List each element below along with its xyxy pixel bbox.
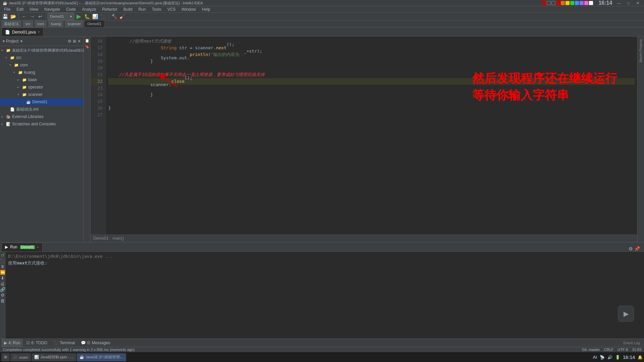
tab-src[interactable]: src [23, 20, 33, 27]
menu-navigate[interactable]: Navigate [42, 6, 63, 12]
toolbar-undo[interactable]: ↩ [37, 13, 44, 20]
run-softlink-btn[interactable]: 🔗 [0, 287, 5, 292]
menu-vcs[interactable]: VCS [165, 6, 178, 12]
menu-run[interactable]: Run [136, 6, 149, 12]
close-btn[interactable]: ✕ [634, 1, 641, 5]
status-left: Compilation completed successfully with … [3, 348, 135, 352]
project-header-dropdown[interactable]: ▾ [20, 39, 22, 44]
status-crlf[interactable]: CRLF [604, 348, 614, 352]
tree-item-external-libs[interactable]: ▸ 📚 External Libraries [0, 113, 84, 120]
toolbar-open[interactable]: 📂 [9, 13, 17, 20]
menu-file[interactable]: File [1, 6, 13, 12]
menu-edit[interactable]: Edit [14, 6, 26, 12]
gutter-bookmark[interactable]: 🔖 [85, 44, 90, 49]
run-pin-icon[interactable]: 📌 [634, 246, 640, 251]
run-rerun-btn[interactable]: ↺ [0, 253, 5, 258]
run-scroll-end-btn[interactable]: ⬇ [0, 276, 5, 281]
menu-help[interactable]: Help [199, 6, 213, 12]
code-content[interactable]: 16 17 18 19 20 21 22 23 24 25 26 27 //使用… [91, 37, 637, 235]
taskbar-network-icon[interactable]: 📡 [600, 355, 605, 360]
run-pause-btn[interactable]: ⏸ [0, 264, 5, 269]
toolbar-debug-btn[interactable]: 🐛 [83, 13, 91, 20]
project-tree: ▾ 📁 基础语法 F:\班级管理\网课班\代码\JavaSE\基础... ▾ 📁… [0, 46, 84, 242]
notification-icon[interactable]: 🔔 [638, 355, 643, 360]
file-tab-demo01[interactable]: 📄 Demo01.java × [1, 27, 44, 36]
tab-demo01[interactable]: Demo01 [85, 20, 104, 27]
run-settings-icon[interactable]: ⚙ [629, 246, 633, 251]
taskbar-battery-icon[interactable]: 🔋 [615, 355, 620, 360]
toolbar-clean[interactable]: 🧹 [118, 13, 126, 20]
menu-refactor[interactable]: Refactor [100, 6, 120, 12]
tree-item-com[interactable]: ▾ 📁 com [0, 61, 84, 69]
editor-area: 16 17 18 19 20 21 22 23 24 25 26 27 //使用… [91, 37, 637, 242]
tab-scanner[interactable]: scanner [65, 20, 83, 27]
file-tab-close[interactable]: × [38, 30, 40, 34]
tree-item-iml[interactable]: 📄 基础动法.iml [0, 106, 84, 113]
tree-item-jichu[interactable]: ▾ 📁 基础语法 F:\班级管理\网课班\代码\JavaSE\基础... [0, 47, 84, 54]
toolbar-forward[interactable]: → [29, 13, 36, 20]
tree-label-operator: operator [28, 85, 43, 89]
code-line-27 [108, 112, 635, 118]
run-output: D:\Environment\jdk8\jdk\bin\java.exe ...… [5, 252, 644, 339]
project-expand-icon[interactable]: ⊞ [73, 39, 76, 44]
tree-item-scanner[interactable]: ▾ 📁 scanner [0, 91, 84, 98]
taskbar-start[interactable]: ⊞ [1, 353, 10, 361]
tab-jichuyufa[interactable]: 基础语法 [1, 20, 21, 27]
tree-label-scratches: Scratches and Consoles [12, 122, 56, 126]
app-icon: ☕ [3, 1, 7, 5]
menu-tools[interactable]: Tools [149, 6, 164, 12]
menu-analyze[interactable]: Analyze [79, 6, 99, 12]
toolbar-run-btn[interactable]: ▶ [75, 13, 83, 20]
tree-item-operator[interactable]: ▸ 📁 operator [0, 83, 84, 91]
run-clear-btn[interactable]: 🗑 [0, 299, 5, 303]
tree-item-base[interactable]: ▸ 📁 base [0, 76, 84, 83]
event-log-label[interactable]: Event Log [623, 341, 640, 345]
taskbar-ai-label[interactable]: Ai [593, 355, 597, 360]
tree-label-scanner: scanner [28, 92, 43, 97]
menu-code[interactable]: Code [63, 6, 78, 12]
gutter-structure[interactable]: 📋 [85, 38, 90, 43]
run-tab-close[interactable]: × [37, 245, 39, 249]
tree-item-demo01[interactable]: ☕ Demo01 [0, 98, 84, 106]
bottom-tab-run[interactable]: ▶ 4: Run [1, 339, 23, 347]
code-text[interactable]: //使用next方式接收 String str = scanner.next()… [106, 37, 637, 235]
bottom-tab-terminal[interactable]: ⬛ Terminal [51, 339, 77, 347]
floating-play-btn[interactable]: ▶ [618, 306, 634, 322]
toolbar-save[interactable]: 💾 [1, 13, 9, 20]
run-stop-btn[interactable]: ⬛ [0, 259, 5, 263]
run-config-dropdown[interactable]: Demo01 ▾ [48, 13, 74, 20]
run-settings2-icon[interactable]: ⚙ [0, 293, 5, 298]
toolbar-run-coverage[interactable]: 📊 [91, 13, 99, 20]
project-header[interactable]: ▾ Project ▾ ⚙ ⊞ ✕ [0, 37, 84, 46]
code-line-26: } [108, 105, 635, 112]
taskbar-volume-icon[interactable]: 🔊 [607, 355, 612, 360]
bottom-todo-label: 6: TODO [31, 341, 47, 345]
menu-view[interactable]: View [27, 6, 41, 12]
toolbar-stop-btn[interactable]: ⬛ [99, 13, 107, 20]
minimize-btn[interactable]: — [615, 1, 623, 5]
tree-item-scratches[interactable]: ▸ 📝 Scratches and Consoles [0, 120, 84, 128]
taskbar-pptx[interactable]: 📊 Java程控制.pptx - ... [32, 353, 76, 361]
tree-label-kuang: kuang [24, 70, 35, 75]
tab-com[interactable]: com [35, 20, 47, 27]
project-close-icon[interactable]: ✕ [77, 39, 81, 44]
status-git[interactable]: Git: master [582, 348, 600, 352]
run-print-btn[interactable]: 🖨 [0, 282, 5, 286]
project-settings-icon[interactable]: ⚙ [68, 39, 71, 44]
toolbar-back[interactable]: ← [20, 13, 28, 20]
status-utf8[interactable]: UTF-8 [618, 348, 628, 352]
taskbar-ocam[interactable]: 🎥 ocam [10, 353, 31, 361]
taskbar-idea[interactable]: ☕ JavaSE [F:\班级管理\... [77, 353, 126, 361]
run-resume-btn[interactable]: ⏩ [0, 270, 5, 275]
right-label-maven[interactable]: Maven Projects [638, 38, 643, 64]
maximize-btn[interactable]: □ [625, 1, 632, 5]
bottom-tab-messages[interactable]: 💬 0: Messages [78, 339, 113, 347]
menu-window[interactable]: Window [179, 6, 199, 12]
bottom-tab-todo[interactable]: ☑ 6: TODO [23, 339, 50, 347]
tree-item-src[interactable]: ▾ 📁 src [0, 54, 84, 61]
run-tab-run[interactable]: ▶ Run Demo01 × [1, 243, 43, 251]
tab-kuang[interactable]: kuang [48, 20, 63, 27]
tree-item-kuang[interactable]: ▾ 📁 kuang [0, 69, 84, 76]
menu-build[interactable]: Build [121, 6, 135, 12]
toolbar-build[interactable]: 🔨 [110, 13, 118, 20]
